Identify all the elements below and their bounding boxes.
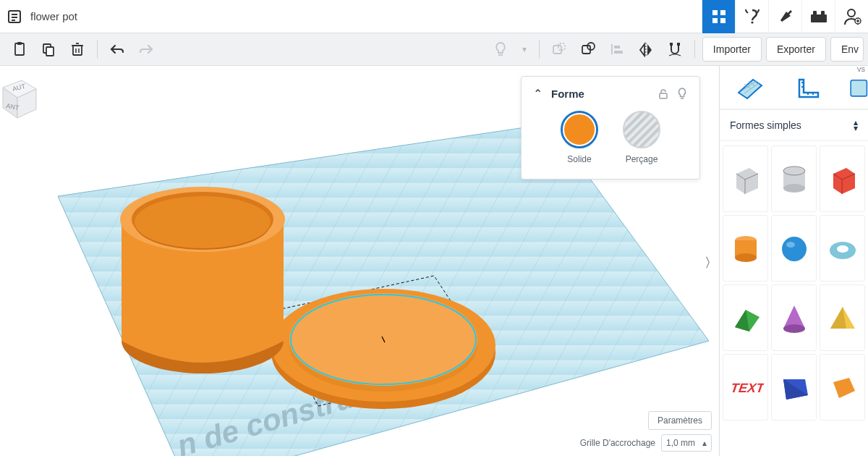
- bulb-icon[interactable]: [676, 88, 688, 101]
- ruler-button[interactable]: [779, 66, 838, 109]
- shape-torus[interactable]: [820, 215, 865, 282]
- shape-roof[interactable]: [723, 284, 768, 351]
- bulb-button[interactable]: [488, 37, 513, 62]
- shape-sphere[interactable]: [771, 215, 817, 282]
- svg-point-70: [786, 242, 795, 248]
- shape-category-label: Formes simples: [730, 119, 801, 131]
- titlebar: flower pot: [0, 0, 868, 33]
- paste-button[interactable]: [7, 37, 32, 62]
- app-logo-icon[interactable]: [7, 9, 22, 24]
- shape-hole-option[interactable]: Perçage: [623, 111, 660, 164]
- inspector-header: ⌃ Forme: [533, 87, 688, 101]
- shape-solid-option[interactable]: Solide: [561, 111, 598, 164]
- send-button[interactable]: Env: [830, 37, 864, 62]
- copy-button[interactable]: [36, 37, 61, 62]
- toolbar-left: [7, 37, 158, 62]
- shape-box-red[interactable]: [820, 145, 865, 212]
- toolbar: ▾ Importer Exporter Env: [0, 33, 868, 66]
- vs-label: vs: [857, 64, 865, 73]
- svg-point-8: [751, 21, 753, 23]
- import-button[interactable]: Importer: [702, 37, 762, 62]
- svg-rect-20: [73, 46, 82, 55]
- svg-rect-17: [17, 42, 22, 45]
- solid-swatch-icon: [561, 111, 598, 148]
- mode-blocks[interactable]: [735, 0, 768, 33]
- shape-text[interactable]: TEXT: [723, 354, 768, 421]
- main: n de construction: [0, 66, 868, 456]
- hole-label: Perçage: [626, 154, 658, 164]
- parameters-button[interactable]: Paramètres: [648, 411, 712, 430]
- magnet-button[interactable]: [663, 37, 687, 62]
- shapes-grid: TEXT: [720, 141, 868, 456]
- project-name[interactable]: flower pot: [30, 10, 77, 22]
- inspector-title: Forme: [551, 88, 584, 100]
- svg-point-73: [783, 324, 805, 333]
- svg-point-29: [587, 43, 595, 50]
- export-button[interactable]: Exporter: [766, 37, 826, 62]
- shapes-sidebar: vs For: [719, 66, 868, 456]
- titlebar-right: [702, 0, 868, 33]
- svg-rect-32: [614, 51, 623, 54]
- separator: [539, 40, 540, 59]
- svg-point-12: [848, 9, 855, 17]
- shape-cone[interactable]: [771, 284, 817, 351]
- delete-button[interactable]: [65, 37, 90, 62]
- sidebar-expand-handle[interactable]: 〉: [705, 254, 718, 271]
- workplane-tools: [720, 66, 868, 109]
- mode-lego[interactable]: [801, 0, 835, 33]
- snap-grid-value: 1,0 mm: [666, 438, 695, 448]
- snap-grid-select[interactable]: 1,0 mm ▴: [661, 434, 712, 452]
- titlebar-left: flower pot: [7, 9, 77, 24]
- toolbar-right: ▾ Importer Exporter Env: [488, 37, 864, 62]
- svg-rect-34: [670, 43, 673, 46]
- svg-rect-5: [720, 10, 726, 15]
- svg-point-68: [735, 253, 757, 262]
- svg-point-64: [783, 184, 805, 193]
- svg-rect-31: [614, 46, 620, 48]
- canvas[interactable]: n de construction: [0, 66, 719, 456]
- shape-other[interactable]: [820, 354, 865, 421]
- svg-rect-11: [821, 11, 825, 15]
- svg-rect-10: [813, 11, 817, 15]
- shape-cylinder[interactable]: [723, 215, 768, 282]
- mirror-button[interactable]: [634, 37, 658, 62]
- mode-3d-editor[interactable]: [702, 0, 735, 33]
- bulb-dropdown[interactable]: ▾: [517, 37, 532, 62]
- shape-box[interactable]: [723, 145, 768, 212]
- svg-point-72: [837, 245, 848, 253]
- shape-wedge[interactable]: [771, 354, 817, 421]
- separator: [694, 40, 695, 59]
- mode-minecraft[interactable]: [768, 0, 801, 33]
- redo-button[interactable]: [134, 37, 158, 62]
- lock-icon[interactable]: [658, 88, 669, 101]
- separator: [97, 40, 98, 59]
- chevron-up-icon: ▴: [702, 438, 707, 448]
- svg-rect-35: [677, 43, 680, 46]
- svg-rect-6: [712, 18, 718, 23]
- svg-rect-19: [46, 47, 54, 56]
- svg-rect-4: [712, 10, 718, 15]
- user-menu[interactable]: [835, 0, 868, 33]
- snap-grid-label: Grille D'accrochage: [580, 438, 655, 448]
- svg-rect-61: [851, 80, 867, 96]
- shape-pyramid[interactable]: [820, 284, 865, 351]
- svg-rect-16: [15, 43, 24, 55]
- hole-swatch-icon: [623, 111, 660, 148]
- undo-button[interactable]: [105, 37, 129, 62]
- workplane-button[interactable]: [720, 66, 779, 109]
- group-button[interactable]: [547, 37, 571, 62]
- svg-text:TEXT: TEXT: [729, 381, 763, 395]
- svg-point-48: [135, 196, 271, 248]
- svg-rect-7: [720, 18, 726, 23]
- svg-point-69: [782, 237, 807, 261]
- shape-mode-options: Solide Perçage: [533, 111, 688, 164]
- collapse-icon[interactable]: ⌃: [533, 87, 542, 101]
- shape-inspector: ⌃ Forme Solide: [521, 76, 700, 180]
- ungroup-button[interactable]: [576, 37, 600, 62]
- shape-cylinder-hole[interactable]: [771, 145, 817, 212]
- solid-label: Solide: [567, 154, 591, 164]
- svg-rect-9: [811, 14, 827, 22]
- shape-category-select[interactable]: Formes simples ▴▾: [720, 109, 868, 141]
- align-button[interactable]: [605, 37, 629, 62]
- view-cube[interactable]: AUT ANT: [0, 73, 38, 124]
